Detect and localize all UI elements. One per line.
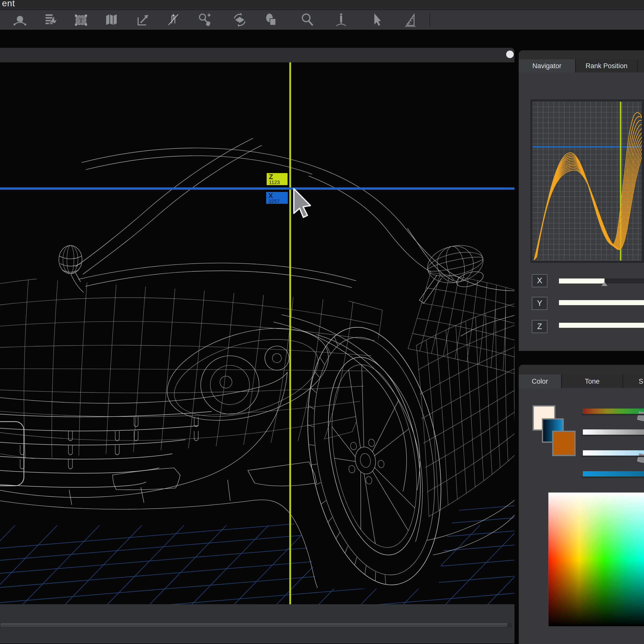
slider-row-x: X — [519, 274, 644, 289]
tab-color-label: Color — [532, 378, 548, 385]
tab-rank-position[interactable]: Rank Position — [576, 59, 637, 72]
viewport-titlebar[interactable] — [0, 48, 514, 62]
tab-voi[interactable]: Voi — [638, 59, 644, 72]
y-slider-fill — [559, 300, 644, 305]
horizontal-scrollbar[interactable] — [0, 623, 512, 627]
z-slider[interactable] — [559, 323, 644, 328]
viewport-bottom-bar — [0, 604, 514, 643]
zoom-add-icon[interactable] — [196, 12, 213, 28]
tab-tone[interactable]: Tone — [562, 375, 622, 388]
pen-curve-icon[interactable] — [333, 12, 349, 28]
tab-navigator-label: Navigator — [532, 62, 561, 70]
window-control-button[interactable] — [506, 51, 514, 58]
tab-color[interactable]: Color — [519, 375, 561, 388]
slider-row-y: Y — [519, 297, 644, 312]
cursor-icon[interactable] — [368, 12, 384, 28]
export-arrow-icon[interactable] — [135, 12, 151, 28]
color-tab-row: Color Tone S — [519, 375, 644, 388]
z-slider-fill — [559, 323, 644, 328]
picker-black-overlay — [548, 493, 644, 626]
svg-text:T: T — [79, 17, 84, 24]
tab-rank-position-label: Rank Position — [586, 62, 628, 70]
toolbar-divider — [429, 13, 430, 27]
navigator-tab-row: Navigator Rank Position Voi — [519, 59, 644, 72]
color-picker-field[interactable] — [548, 493, 644, 626]
z-axis-value: 1123 — [269, 180, 288, 185]
viewport-canvas[interactable]: Z 1123 X 3257 — [0, 62, 514, 604]
horizontal-scrollbar-thumb[interactable] — [1, 623, 507, 627]
swatch-orange[interactable] — [552, 431, 576, 456]
menu-partial-text[interactable]: ent — [2, 0, 15, 8]
z-axis-label: Z — [269, 174, 288, 180]
x-slider[interactable] — [559, 278, 644, 284]
color-panel-header[interactable] — [519, 365, 644, 375]
x-axis-value: 3257 — [268, 199, 288, 204]
gradient-bar-hue[interactable] — [583, 409, 644, 414]
x-axis-label: X — [268, 192, 288, 199]
rotate-3d-icon[interactable] — [231, 12, 248, 28]
viewport-window: Z 1123 X 3257 — [0, 48, 514, 643]
toolbar: T — [0, 10, 644, 30]
magnifier-icon[interactable] — [299, 12, 316, 28]
x-value-badge: X 3257 — [266, 192, 288, 204]
angle-ruler-icon[interactable] — [402, 12, 418, 28]
x-slider-fill — [559, 278, 605, 284]
z-slider-label: Z — [532, 320, 547, 333]
menu-bar: ent — [0, 0, 644, 10]
x-slider-label: X — [532, 274, 547, 287]
gradient-bar-sky[interactable] — [583, 450, 644, 456]
navigator-panel-header[interactable] — [519, 50, 644, 59]
tab-navigator[interactable]: Navigator — [519, 59, 575, 72]
fold-map-icon[interactable] — [103, 12, 120, 28]
snap-axis-icon[interactable] — [165, 12, 181, 28]
car-wireframe — [0, 62, 514, 604]
gradient-bar-gray[interactable] — [583, 429, 644, 435]
select-stack-icon[interactable] — [42, 12, 59, 28]
text-frame-icon[interactable]: T — [73, 12, 89, 28]
shapes-icon[interactable] — [263, 12, 279, 28]
y-slider-label: Y — [532, 297, 547, 310]
navigator-graph[interactable] — [530, 99, 644, 263]
gradient-handle-icon[interactable] — [637, 411, 644, 421]
tab-tone-label: Tone — [585, 378, 600, 385]
slider-row-z: Z — [519, 320, 644, 335]
navigator-panel: Navigator Rank Position Voi X Y Z — [519, 50, 644, 351]
gradient-handle-icon[interactable] — [637, 453, 644, 463]
tab-s[interactable]: S — [623, 375, 644, 388]
crosshair-vertical-line — [289, 62, 291, 604]
mouse-cursor — [292, 188, 325, 220]
crosshair-horizontal-line — [0, 187, 514, 190]
tab-s-label: S — [639, 378, 643, 385]
x-slider-thumb[interactable] — [601, 282, 608, 286]
color-panel: Color Tone S — [519, 365, 644, 644]
y-slider[interactable] — [559, 300, 644, 305]
gradient-bar-blue[interactable] — [583, 471, 644, 476]
z-value-badge: Z 1123 — [267, 173, 288, 185]
grab-bezier-icon[interactable] — [12, 12, 28, 28]
